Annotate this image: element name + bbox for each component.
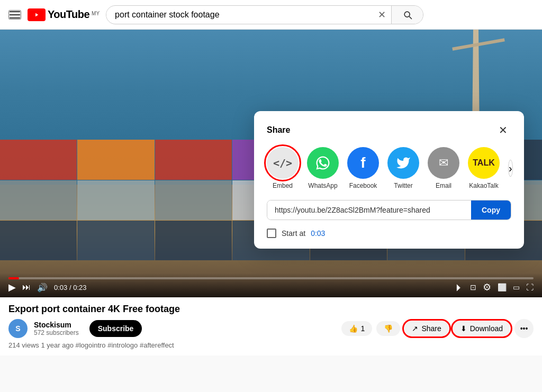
dislike-button[interactable]: 👎 (376, 321, 400, 336)
modal-header: Share ✕ (267, 122, 511, 139)
embed-icon-circle: </> (267, 147, 299, 179)
share-button[interactable]: ↗ Share (404, 321, 448, 336)
share-option-facebook[interactable]: f Facebook (347, 147, 379, 189)
header-left: YouTube MY (8, 8, 100, 21)
theater-button[interactable]: ▭ (513, 283, 520, 291)
embed-highlight: </> (267, 147, 299, 179)
start-at-label: Start at (282, 229, 305, 238)
subscribe-button[interactable]: Subscribe (89, 320, 142, 337)
start-at-row: Start at 0:03 (267, 229, 511, 238)
download-button-wrapper: ⬇ Download (453, 321, 510, 336)
email-icon-circle: ✉ (428, 147, 459, 179)
kakaotalk-label: KakaoTalk (469, 182, 498, 189)
youtube-logo[interactable]: YouTube MY (28, 8, 100, 21)
whatsapp-icon-circle (307, 147, 339, 179)
download-icon: ⬇ (460, 324, 467, 333)
video-tags: #logointro #intrologo #aftereffect (76, 341, 174, 349)
miniplayer-button[interactable]: ⬜ (498, 283, 507, 291)
share-url: https://youtu.be/2Z8acSl2BmM?feature=sha… (267, 200, 471, 220)
share-label: Share (421, 324, 441, 333)
scroll-right-button[interactable]: › (508, 160, 513, 177)
share-option-embed[interactable]: </> Embed (267, 147, 299, 189)
channel-subscribers: 572 subscribers (34, 329, 79, 336)
download-button[interactable]: ⬇ Download (453, 321, 510, 336)
video-title: Export port container 4K Free footage (8, 304, 534, 315)
time-display: 0:03 / 0:23 (54, 284, 86, 291)
start-at-checkbox[interactable] (267, 229, 276, 238)
embed-label: Embed (273, 182, 293, 189)
controls-row: ▶ ⏭ 🔊 0:03 / 0:23 ⏵ ⊡ ⚙ ⬜ ▭ ⛶ (8, 281, 534, 293)
like-count: 1 (361, 324, 365, 333)
video-meta: 214 views 1 year ago #logointro #introlo… (8, 341, 534, 349)
share-option-twitter[interactable]: Twitter (387, 147, 419, 189)
download-label: Download (470, 324, 503, 333)
kakaotalk-icon-circle: TALK (468, 147, 500, 179)
share-option-email[interactable]: ✉ Email (428, 147, 459, 189)
whatsapp-label: WhatsApp (308, 182, 337, 189)
channel-info: Stockisum 572 subscribers (34, 321, 79, 336)
twitter-icon-circle (387, 147, 419, 179)
autoplay-button[interactable]: ⏵ (454, 282, 464, 293)
upload-age: 1 year ago (41, 341, 73, 349)
clear-button[interactable]: ✕ (372, 9, 391, 21)
subtitles-button[interactable]: ⊡ (470, 283, 476, 291)
video-controls: ▶ ⏭ 🔊 0:03 / 0:23 ⏵ ⊡ ⚙ ⬜ ▭ ⛶ (0, 273, 542, 297)
country-badge: MY (92, 11, 100, 16)
channel-avatar[interactable]: S (8, 319, 28, 338)
settings-button[interactable]: ⚙ (483, 281, 491, 293)
channel-row: S Stockisum 572 subscribers Subscribe 👍 … (8, 319, 534, 338)
yt-icon (28, 8, 46, 21)
share-button-wrapper: ↗ Share (404, 321, 448, 336)
start-at-time[interactable]: 0:03 (311, 229, 325, 238)
share-option-kakaotalk[interactable]: TALK KakaoTalk (468, 147, 500, 189)
facebook-label: Facebook (349, 182, 377, 189)
share-modal: Share ✕ </> Embed WhatsApp f Facebook (254, 111, 524, 249)
like-button[interactable]: 👍 1 (341, 321, 373, 336)
channel-name[interactable]: Stockisum (34, 321, 79, 329)
dislike-icon: 👎 (384, 324, 393, 333)
search-input[interactable] (106, 10, 372, 20)
progress-fill (8, 277, 19, 279)
twitter-label: Twitter (394, 182, 412, 189)
copy-button[interactable]: Copy (471, 200, 511, 220)
menu-button[interactable] (8, 10, 21, 20)
url-row: https://youtu.be/2Z8acSl2BmM?feature=sha… (267, 200, 511, 220)
modal-title: Share (267, 125, 290, 135)
below-video: Export port container 4K Free footage S … (0, 297, 542, 355)
view-count: 214 views (8, 341, 39, 349)
svg-marker-0 (35, 13, 38, 16)
search-bar: ✕ (106, 5, 423, 24)
header: YouTube MY ✕ (0, 0, 542, 30)
facebook-icon-circle: f (347, 147, 379, 179)
logo-text: YouTube (48, 8, 89, 21)
search-button[interactable] (391, 5, 423, 24)
like-icon: 👍 (349, 324, 358, 333)
close-modal-button[interactable]: ✕ (494, 122, 511, 139)
more-options-button[interactable]: ••• (514, 319, 534, 338)
more-icon: ••• (520, 324, 528, 333)
share-options-row: </> Embed WhatsApp f Facebook Twitter ✉ (267, 147, 511, 189)
play-button[interactable]: ▶ (8, 281, 16, 293)
share-option-whatsapp[interactable]: WhatsApp (307, 147, 339, 189)
email-label: Email (436, 182, 451, 189)
action-buttons: 👍 1 👎 ↗ Share ⬇ Download ••• (341, 319, 534, 338)
progress-bar[interactable] (8, 277, 534, 279)
controls-right: ⏵ ⊡ ⚙ ⬜ ▭ ⛶ (454, 281, 534, 293)
next-button[interactable]: ⏭ (22, 282, 31, 292)
fullscreen-button[interactable]: ⛶ (526, 283, 534, 291)
volume-button[interactable]: 🔊 (37, 282, 48, 293)
share-icon: ↗ (412, 324, 418, 333)
